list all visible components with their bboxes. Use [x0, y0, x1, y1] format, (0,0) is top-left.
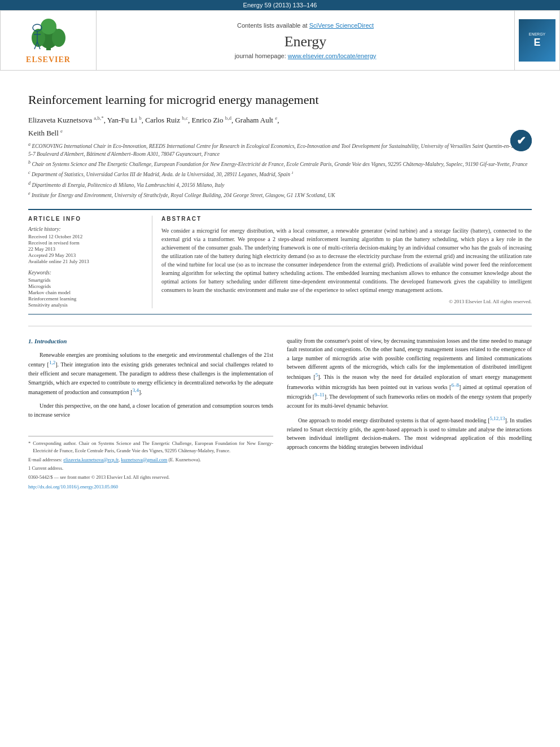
elsevier-wordmark: ELSEVIER: [26, 55, 71, 64]
contents-available-text: Contents lists available at: [237, 22, 308, 29]
journal-volume-label: Energy 59 (2013) 133–146: [243, 2, 317, 8]
svg-text:✔: ✔: [517, 134, 526, 147]
footnote-corresponding: * Corresponding author. Chair on Systems…: [28, 440, 273, 455]
keyword-1: Smartgrids: [28, 277, 143, 283]
body-para-3: quality from the consumer's point of vie…: [287, 337, 532, 410]
received-date: Received 12 October 2012: [28, 234, 143, 239]
ref-1[interactable]: 1,2: [49, 360, 55, 365]
elsevier-logo: ELSEVIER: [26, 16, 71, 64]
energy-logo-box: ENERGY E: [519, 19, 555, 62]
authors-line-2: Keith Bell e: [28, 128, 532, 138]
ref-2[interactable]: 3,4: [133, 387, 139, 393]
affil-a: a ECONOVING International Chair in Eco-I…: [28, 141, 532, 158]
keyword-2: Microgrids: [28, 283, 143, 289]
ref-5[interactable]: 9–11: [314, 392, 325, 397]
journal-top-bar: Energy 59 (2013) 133–146: [0, 0, 560, 10]
elsevier-logo-area: ELSEVIER: [1, 11, 97, 70]
crossmark-icon: ✔: [510, 130, 532, 151]
affil-d: d Dipartimento di Energia, Politecnico d…: [28, 180, 532, 189]
svg-point-4: [41, 19, 56, 34]
paper-title: Reinforcement learning for microgrid ene…: [28, 92, 532, 108]
footer-issn: 0360-5442/$ — see front matter © 2013 El…: [28, 474, 273, 481]
section-divider: [28, 326, 532, 326]
author1-affil: a,b,*: [94, 115, 104, 121]
received-revised-label: Received in revised form: [28, 240, 143, 246]
received-revised-date: 22 May 2013: [28, 246, 143, 252]
affiliations: a ECONOVING International Chair in Eco-I…: [28, 141, 532, 200]
body-columns: 1. Introduction Renewable energies are p…: [28, 337, 532, 491]
energy-logo-text: ENERGY: [529, 32, 546, 37]
author4-affil: b,d: [225, 115, 231, 121]
ref-4[interactable]: 6–8: [451, 382, 459, 388]
keywords-title: Keywords:: [28, 270, 143, 276]
email-suffix: (E. Kuznetsova).: [169, 457, 201, 462]
accepted-date: Accepted 29 May 2013: [28, 252, 143, 258]
crossmark-logo[interactable]: ✔: [510, 130, 532, 151]
article-info-panel: ARTICLE INFO Article history: Received 1…: [28, 216, 152, 308]
page: Energy 59 (2013) 133–146: [0, 0, 560, 747]
footer-area: * Corresponding author. Chair on Systems…: [28, 436, 273, 491]
available-date: Available online 21 July 2013: [28, 259, 143, 264]
author2-affil: b: [139, 115, 142, 121]
keyword-4: Reinforcement learning: [28, 296, 143, 302]
authors-line: Elizaveta Kuznetsova a,b,*, Yan-Fu Li b,…: [28, 115, 532, 125]
email-1[interactable]: elizaveta.kuznetsova@ecp.fr: [63, 457, 119, 462]
energy-logo-e: E: [533, 37, 540, 49]
ref-3[interactable]: 5: [316, 372, 318, 378]
affil-b: b Chair on Systems Science and The Energ…: [28, 159, 532, 168]
body-para-2: Under this perspective, on the one hand,…: [28, 401, 273, 419]
footer-doi[interactable]: http://dx.doi.org/10.1016/j.energy.2013.…: [28, 483, 273, 491]
body-para-4: One approach to model energy distributed…: [287, 415, 532, 451]
footnote-current-address: 1 Current address.: [28, 465, 273, 472]
abstract-section: ABSTRACT We consider a microgrid for ene…: [152, 216, 532, 308]
author6-affil: e: [60, 128, 63, 134]
sciverse-link[interactable]: SciVerse ScienceDirect: [309, 22, 374, 29]
paper-content: ✔ Reinforcement learning for microgrid e…: [0, 71, 560, 502]
journal-info-area: Contents lists available at SciVerse Sci…: [97, 11, 514, 70]
author5-affil: e: [275, 115, 277, 121]
keyword-5: Sensitivity analysis: [28, 302, 143, 308]
footnote-star-symbol: *: [28, 440, 30, 447]
elsevier-tree-icon: [26, 16, 71, 53]
journal-header: ELSEVIER Contents lists available at Sci…: [0, 10, 560, 71]
article-info-title: ARTICLE INFO: [28, 216, 143, 222]
body-col-1: 1. Introduction Renewable energies are p…: [28, 337, 273, 491]
abstract-text: We consider a microgrid for energy distr…: [161, 226, 532, 294]
journal-homepage-line: journal homepage: www.elsevier.com/locat…: [235, 53, 377, 59]
journal-title: Energy: [285, 33, 327, 50]
sciverse-line: Contents lists available at SciVerse Sci…: [237, 22, 374, 29]
ref-6[interactable]: 5,12,13: [490, 416, 505, 421]
keyword-3: Markov chain model: [28, 290, 143, 295]
info-abstract-section: ARTICLE INFO Article history: Received 1…: [28, 209, 532, 314]
energy-logo-area: ENERGY E: [514, 11, 559, 70]
email-label: E-mail addresses:: [28, 457, 62, 462]
email-2[interactable]: kuznetsova@gmail.com: [121, 457, 167, 462]
footnote-email: E-mail addresses: elizaveta.kuznetsova@e…: [28, 456, 273, 464]
homepage-url[interactable]: www.elsevier.com/locate/energy: [288, 53, 377, 59]
affil-c: c Department of Statistics, Universidad …: [28, 169, 532, 178]
abstract-title: ABSTRACT: [161, 216, 532, 222]
footnote-corresponding-text: Corresponding author. Chair on Systems S…: [33, 440, 273, 455]
body-para-1: Renewable energies are promising solutio…: [28, 351, 273, 397]
copyright-line: © 2013 Elsevier Ltd. All rights reserved…: [161, 299, 532, 304]
section1-heading: 1. Introduction: [28, 337, 273, 346]
homepage-label: journal homepage:: [235, 53, 286, 59]
article-history-title: Article history:: [28, 226, 143, 232]
body-col-2: quality from the consumer's point of vie…: [287, 337, 532, 491]
affil-e: e Institute for Energy and Environment, …: [28, 190, 532, 199]
author3-affil: b,c: [182, 115, 188, 121]
